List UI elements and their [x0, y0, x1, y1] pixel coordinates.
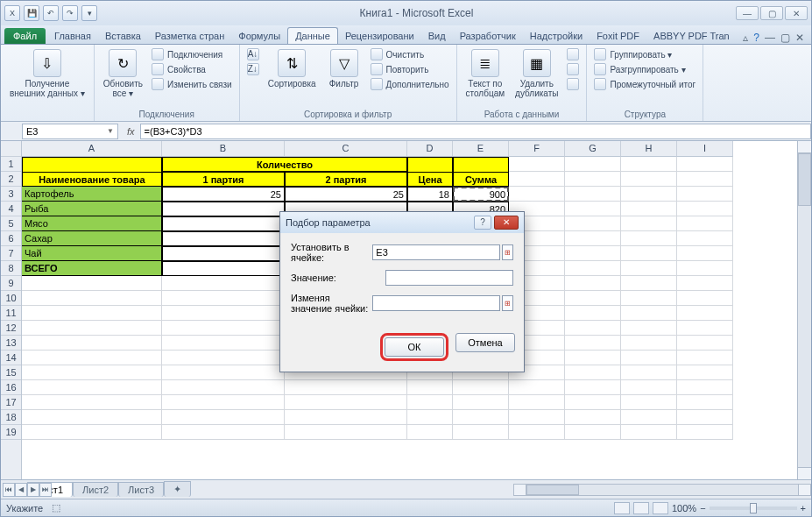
cell[interactable] — [22, 351, 162, 365]
whatif-button[interactable] — [565, 77, 581, 91]
remove-duplicates-button[interactable]: ▦ Удалить дубликаты — [512, 47, 561, 100]
cell[interactable]: Чай — [22, 246, 162, 261]
consolidate-button[interactable] — [565, 62, 581, 76]
cell[interactable] — [162, 291, 285, 306]
ribbon-minimize-icon[interactable]: ▵ — [743, 32, 748, 44]
cell[interactable] — [565, 216, 621, 231]
cell[interactable] — [285, 425, 407, 440]
data-validation-button[interactable] — [565, 47, 581, 61]
cell[interactable] — [22, 157, 162, 172]
cell[interactable] — [677, 380, 733, 395]
tab-addins[interactable]: Надстройки — [523, 28, 590, 44]
macro-record-icon[interactable]: ⬚ — [52, 502, 60, 513]
clear-filter-button[interactable]: Очистить — [369, 47, 451, 61]
tab-review[interactable]: Рецензировани — [338, 28, 421, 44]
cell[interactable] — [621, 410, 677, 425]
excel-icon[interactable]: X — [4, 5, 20, 21]
fx-icon[interactable]: fx — [122, 126, 140, 137]
cell[interactable] — [162, 425, 285, 440]
minimize-button[interactable]: — — [736, 6, 759, 20]
cell[interactable] — [677, 425, 733, 440]
vertical-scrollbar[interactable] — [797, 141, 811, 479]
col-header[interactable]: D — [407, 141, 453, 157]
row-header[interactable]: 6 — [1, 231, 21, 246]
cell[interactable] — [453, 410, 509, 425]
cell[interactable] — [621, 157, 677, 172]
row-header[interactable]: 9 — [1, 276, 21, 291]
cell[interactable] — [621, 261, 677, 276]
cell[interactable] — [621, 187, 677, 202]
cell[interactable] — [621, 172, 677, 187]
sheet-tab[interactable]: Лист2 — [73, 482, 118, 497]
active-cell[interactable]: 900 — [453, 187, 509, 202]
cell[interactable] — [162, 380, 285, 395]
cell[interactable] — [621, 380, 677, 395]
sheet-nav-first[interactable]: ⏮ — [3, 483, 15, 497]
cell[interactable] — [285, 380, 407, 395]
cell[interactable]: ВСЕГО — [22, 261, 162, 276]
refresh-all-button[interactable]: ↻ Обновить все ▾ — [100, 47, 146, 100]
cell[interactable] — [22, 291, 162, 306]
tab-developer[interactable]: Разработчик — [453, 28, 523, 44]
tab-pagelayout[interactable]: Разметка стран — [148, 28, 231, 44]
namebox-dropdown-icon[interactable]: ▼ — [107, 127, 114, 135]
row-header[interactable]: 5 — [1, 216, 21, 231]
cell[interactable] — [509, 425, 565, 440]
cell[interactable] — [22, 425, 162, 440]
zoom-slider[interactable] — [710, 506, 797, 510]
zoom-out-button[interactable]: − — [700, 503, 705, 513]
cell[interactable] — [22, 336, 162, 351]
cell[interactable]: 25 — [162, 187, 285, 202]
cell[interactable]: Мясо — [22, 216, 162, 231]
cell[interactable] — [565, 425, 621, 440]
cell[interactable] — [621, 321, 677, 336]
row-header[interactable]: 8 — [1, 261, 21, 276]
cell[interactable] — [677, 246, 733, 261]
cell[interactable] — [565, 336, 621, 351]
cell[interactable] — [407, 380, 453, 395]
select-all-corner[interactable] — [1, 141, 21, 157]
cell[interactable] — [22, 365, 162, 380]
cell[interactable] — [162, 410, 285, 425]
row-header[interactable]: 2 — [1, 172, 21, 187]
cell[interactable] — [565, 231, 621, 246]
cell[interactable]: Цена — [407, 172, 453, 187]
doc-max-icon[interactable]: ▢ — [780, 32, 790, 44]
save-icon[interactable]: 💾 — [24, 5, 39, 21]
tab-foxit[interactable]: Foxit PDF — [590, 28, 646, 44]
cell[interactable] — [453, 395, 509, 410]
row-header[interactable]: 12 — [1, 321, 21, 336]
dialog-help-button[interactable]: ? — [474, 216, 491, 230]
undo-icon[interactable]: ↶ — [43, 5, 59, 21]
scroll-up-icon[interactable] — [798, 141, 811, 153]
changing-cell-input[interactable] — [372, 295, 500, 311]
ref-picker-icon[interactable]: ⊞ — [502, 295, 513, 311]
scroll-right-icon[interactable] — [798, 485, 810, 495]
cell[interactable] — [565, 291, 621, 306]
view-normal-button[interactable] — [614, 502, 630, 514]
ungroup-button[interactable]: Разгруппировать ▾ — [592, 62, 697, 76]
tab-formulas[interactable]: Формулы — [231, 28, 287, 44]
cell[interactable] — [621, 365, 677, 380]
cell[interactable] — [565, 365, 621, 380]
cell[interactable] — [509, 410, 565, 425]
cell[interactable] — [677, 187, 733, 202]
zoom-in-button[interactable]: + — [801, 503, 806, 513]
cell[interactable] — [162, 246, 285, 261]
file-tab[interactable]: Файл — [4, 28, 46, 44]
formula-input[interactable]: =(B3+C3)*D3 — [140, 124, 811, 139]
cell[interactable] — [565, 261, 621, 276]
sheet-nav-last[interactable]: ⏭ — [39, 483, 52, 497]
cell[interactable] — [621, 336, 677, 351]
cell[interactable]: 2 партия — [285, 172, 407, 187]
row-header[interactable]: 13 — [1, 336, 21, 351]
cell[interactable] — [162, 351, 285, 365]
cell[interactable] — [453, 157, 509, 172]
col-header[interactable]: H — [621, 141, 677, 157]
close-button[interactable]: ✕ — [785, 6, 808, 20]
sheet-tab[interactable]: Лист3 — [118, 482, 164, 497]
maximize-button[interactable]: ▢ — [760, 6, 783, 20]
row-header[interactable]: 11 — [1, 306, 21, 321]
help-icon[interactable]: ? — [753, 32, 759, 44]
ok-button[interactable]: ОК — [385, 337, 444, 357]
